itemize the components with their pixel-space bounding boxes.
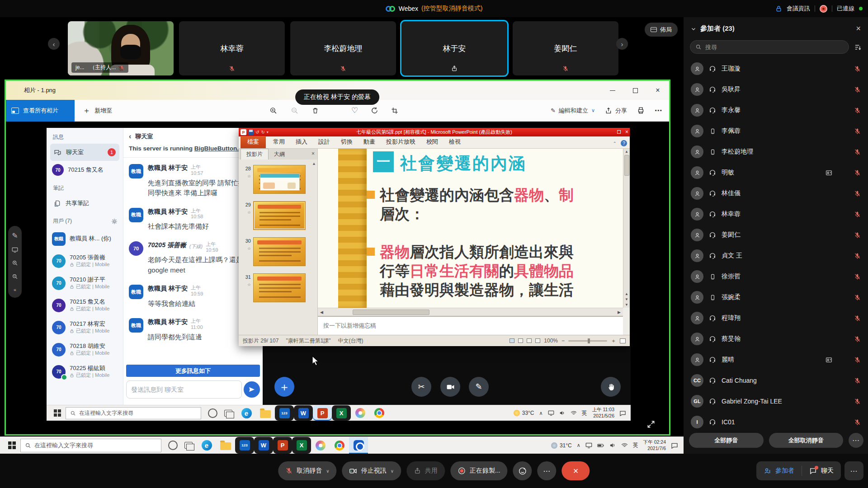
taskbar-app-icon[interactable]: e <box>311 437 330 454</box>
participant-search-input[interactable] <box>705 44 844 51</box>
sidebar-item-chat[interactable]: 聊天室 1 <box>50 144 119 161</box>
bbb-actions-button[interactable]: ＋ <box>274 377 294 397</box>
zoom-in-icon[interactable] <box>12 260 18 266</box>
taskbar-app-icon[interactable]: e <box>216 437 235 454</box>
filmstrip-prev-button[interactable]: ‹ <box>48 38 60 50</box>
back-chevron-icon[interactable]: ‹ <box>129 132 131 141</box>
speaker-icon[interactable] <box>559 410 566 416</box>
chevron-down-icon[interactable]: ∨ <box>391 469 394 474</box>
video-thumbnail[interactable]: je... （主持人... je... （主持人... <box>68 21 174 75</box>
bbb-tool-scissors-button[interactable]: ✂ <box>411 377 431 397</box>
pane-tab-slides[interactable]: 投影片 <box>241 149 269 160</box>
bbb-user-row[interactable]: 70 70218 胡維安 已鎖定 | Mobile <box>47 338 123 361</box>
participant-row[interactable]: 貞文 王 <box>684 245 868 266</box>
zoom-out-icon[interactable] <box>12 273 18 280</box>
ribbon-tab[interactable]: 設計 <box>313 136 335 148</box>
action-center-icon[interactable] <box>671 442 678 449</box>
redo-icon[interactable]: ↻ <box>261 130 264 135</box>
display-icon[interactable] <box>548 410 554 416</box>
weather-widget[interactable]: 31°C <box>551 442 572 449</box>
participant-row[interactable]: 徐崇哲 <box>684 266 868 287</box>
close-panel-icon[interactable]: × <box>856 24 861 33</box>
participant-row[interactable]: 吳耿昇 <box>684 79 868 100</box>
add-to-button[interactable]: ＋新增至 <box>83 107 112 115</box>
gear-icon[interactable] <box>111 218 118 225</box>
ppt-maximize-button[interactable] <box>617 130 621 134</box>
previous-slide-icon[interactable]: ▲ <box>625 292 628 296</box>
taskbar-app-icon[interactable]: e <box>349 437 368 454</box>
slideshow-icon[interactable] <box>535 338 540 343</box>
bbb-user-row[interactable]: 70 70225 楊紘穎 已鎖定 | Mobile <box>47 361 123 383</box>
participant-row[interactable]: CC Cati Chuang <box>684 370 868 391</box>
taskbar-clock[interactable]: 上午 11:032021/5/26 <box>592 407 614 419</box>
slide-thumbnail[interactable]: 28☆ <box>239 165 315 194</box>
sidebar-item-dm[interactable]: 70 70215 詹又名 <box>47 161 123 179</box>
taskbar-app-icon[interactable]: e <box>370 405 389 421</box>
more-options-button[interactable]: ⋯ <box>538 461 557 480</box>
scroll-up-icon[interactable]: ▲ <box>625 150 628 154</box>
taskbar-app-icon[interactable]: e X <box>292 437 311 454</box>
participant-row[interactable]: 李永馨 <box>684 100 868 121</box>
bbb-user-row[interactable]: 教職 教職員 林... (你) <box>47 228 123 250</box>
video-thumbnail[interactable]: 林幸蓉 林幸蓉 <box>179 21 285 75</box>
participant-row[interactable]: GL Gabriel Zong-Tai LEE <box>684 391 868 412</box>
scrollbar-thumb[interactable] <box>353 310 429 315</box>
meeting-info-button[interactable]: 會議資訊 <box>787 5 810 13</box>
help-icon[interactable]: ? <box>621 140 627 146</box>
chevron-down-icon[interactable] <box>691 26 696 32</box>
rotate-icon[interactable] <box>371 107 378 114</box>
wifi-icon[interactable] <box>621 442 628 448</box>
taskbar-app-icon[interactable]: e <box>351 405 370 421</box>
chat-input[interactable] <box>126 380 242 399</box>
task-view-button[interactable] <box>224 410 232 417</box>
ribbon-tab[interactable]: 插入 <box>290 136 313 148</box>
panel-more-button[interactable]: ⋯ <box>844 461 863 480</box>
start-button[interactable] <box>49 405 66 421</box>
bbb-raise-hand-button[interactable] <box>601 377 621 397</box>
ribbon-tab[interactable]: 投影片放映 <box>381 136 421 148</box>
network-icon[interactable] <box>571 410 577 416</box>
display-icon[interactable] <box>585 442 592 448</box>
send-message-button[interactable] <box>244 381 260 398</box>
slide-thumbnail[interactable]: 30☆ <box>239 237 315 266</box>
chat-toggle-button[interactable]: 聊天 <box>802 461 841 480</box>
favorite-icon[interactable]: ♡ <box>351 106 358 115</box>
participant-row[interactable]: 張婉柔 <box>684 287 868 308</box>
ppt-close-button[interactable]: × <box>625 129 628 135</box>
delete-icon[interactable] <box>312 107 319 114</box>
slide-sorter-icon[interactable] <box>518 338 523 343</box>
weather-widget[interactable]: 33°C <box>514 410 534 416</box>
participant-row[interactable]: 麗晴 <box>684 349 868 370</box>
taskbar-app-icon[interactable]: e P <box>313 405 332 421</box>
sort-icon[interactable] <box>854 43 862 51</box>
print-icon[interactable] <box>637 107 645 114</box>
participant-row[interactable]: 蔡旻翰 <box>684 328 868 349</box>
slide-horizontal-scrollbar[interactable]: ◀ ▶ <box>318 308 623 316</box>
recording-button[interactable]: 正在錄製... <box>450 461 508 480</box>
reading-view-icon[interactable] <box>527 338 532 343</box>
battery-icon[interactable] <box>597 443 604 448</box>
taskbar-app-icon[interactable]: e W <box>294 405 313 421</box>
ribbon-tab[interactable]: 檔案 <box>241 136 266 148</box>
ribbon-tab[interactable]: 檢視 <box>443 136 466 148</box>
mute-all-button[interactable]: 全部靜音 <box>689 433 764 448</box>
zoom-out-icon[interactable]: − <box>561 338 565 344</box>
pane-close-icon[interactable]: × <box>311 150 315 157</box>
share-button[interactable]: 分享 <box>605 107 627 115</box>
filmstrip-next-button[interactable]: › <box>616 38 628 50</box>
tray-expand-icon[interactable]: ∧ <box>577 442 580 448</box>
photos-minimize-button[interactable] <box>601 81 624 100</box>
unmute-button[interactable]: 取消靜音∨ <box>278 461 336 480</box>
crop-icon[interactable] <box>391 107 398 114</box>
zoom-in-icon[interactable] <box>269 107 277 114</box>
zoom-in-icon[interactable]: ＋ <box>611 337 616 345</box>
input-language[interactable]: 英 <box>633 441 638 449</box>
participant-row[interactable]: 李松蔚地理 <box>684 141 868 162</box>
normal-view-icon[interactable] <box>509 338 514 343</box>
ribbon-tab[interactable]: 動畫 <box>358 136 381 148</box>
participant-row[interactable]: 程瑋翔 <box>684 308 868 328</box>
taskbar-app-icon[interactable]: e W <box>254 437 273 454</box>
participant-row[interactable]: 王珈漩 <box>684 58 868 79</box>
scroll-down-icon[interactable]: ▼ <box>625 303 628 307</box>
taskbar-clock[interactable]: 下午 02:242021/7/6 <box>643 439 666 451</box>
